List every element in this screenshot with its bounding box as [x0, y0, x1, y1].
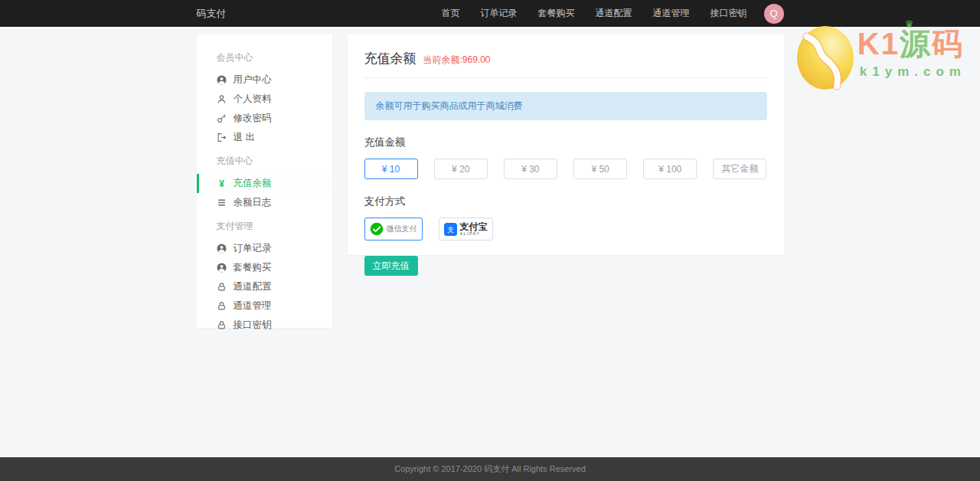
amount-option-100[interactable]: ¥ 100: [643, 159, 697, 179]
user-circle-icon: [217, 75, 227, 86]
sidebar-item-label: 用户中心: [234, 74, 272, 87]
current-balance-note: 当前余额:969.00: [423, 54, 491, 67]
payment-options: 微信支付 支 支付宝 ALIPAY: [364, 218, 767, 240]
sidebar-item-channel-manage[interactable]: 通道管理: [197, 296, 332, 316]
sidebar-item-label: 修改密码: [234, 112, 272, 125]
payment-option-wechat[interactable]: 微信支付: [364, 218, 423, 240]
user-circle-icon: [217, 263, 227, 273]
k1-egg-logo-icon: [796, 25, 854, 90]
watermark-brand: K1源码 ♛: [858, 25, 966, 62]
sidebar-item-label: 退 出: [234, 131, 255, 144]
sidebar-group-member-center: 会员中心: [197, 44, 332, 70]
sidebar-group-payment-manage: 支付管理: [197, 212, 332, 239]
nav-links: 首页 订单记录 套餐购买 通道配置 通道管理 接口密钥 Q: [421, 4, 784, 24]
footer-copyright: Copyright © 2017-2020 码支付 All Rights Res…: [394, 463, 586, 475]
yen-icon: ¥: [217, 178, 227, 189]
sidebar-item-label: 通道管理: [234, 299, 272, 312]
amount-options: ¥ 10 ¥ 20 ¥ 30 ¥ 50 ¥ 100 其它金额: [364, 159, 767, 179]
sidebar-item-balance-log[interactable]: 余额日志: [197, 193, 332, 212]
user-circle-icon: [217, 244, 227, 254]
sidebar-item-label: 套餐购买: [234, 261, 272, 274]
sidebar-group-recharge-center: 充值中心: [197, 147, 332, 174]
lock-icon: [217, 301, 227, 312]
info-banner: 余额可用于购买商品或用于商城消费: [364, 92, 767, 120]
nav-item-home[interactable]: 首页: [442, 7, 460, 20]
svg-text:支: 支: [446, 225, 453, 234]
sidebar-item-api-keys[interactable]: 接口密钥: [197, 316, 332, 335]
sidebar-item-change-password[interactable]: 修改密码: [197, 109, 332, 128]
nav-item-channel-config[interactable]: 通道配置: [596, 7, 632, 20]
k1-watermark: K1源码 ♛ k1ym.com: [796, 25, 966, 90]
sign-out-icon: [217, 133, 227, 143]
lock-icon: [217, 320, 227, 331]
nav-item-api-keys[interactable]: 接口密钥: [710, 7, 747, 20]
footer: Copyright © 2017-2020 码支付 All Rights Res…: [0, 457, 980, 481]
key-icon: [217, 113, 227, 124]
payment-option-alipay[interactable]: 支 支付宝 ALIPAY: [439, 218, 493, 240]
payment-label: 支付方式: [364, 195, 767, 208]
sidebar-item-user-center[interactable]: 用户中心: [197, 70, 332, 90]
amount-option-20[interactable]: ¥ 20: [434, 159, 488, 179]
sidebar-item-package-purchase[interactable]: 套餐购买: [197, 258, 332, 277]
user-icon: [217, 94, 227, 105]
sidebar-item-label: 余额日志: [234, 196, 272, 209]
top-navbar: 码支付 首页 订单记录 套餐购买 通道配置 通道管理 接口密钥 Q: [0, 0, 980, 27]
nav-item-orders[interactable]: 订单记录: [481, 7, 518, 20]
amount-option-10[interactable]: ¥ 10: [364, 159, 418, 179]
sidebar-item-label: 订单记录: [234, 242, 272, 255]
list-icon: [217, 198, 227, 208]
amount-option-other[interactable]: 其它金额: [713, 159, 766, 179]
amount-label: 充值金额: [364, 136, 767, 149]
user-avatar[interactable]: Q: [764, 4, 784, 24]
wechat-pay-icon: [370, 222, 384, 236]
sidebar-item-label: 通道配置: [234, 280, 272, 293]
sidebar-item-logout[interactable]: 退 出: [197, 128, 332, 147]
alipay-icon: 支: [444, 223, 457, 236]
nav-item-packages[interactable]: 套餐购买: [538, 7, 575, 20]
sidebar-item-recharge-balance[interactable]: ¥ 充值余额: [197, 174, 332, 193]
sidebar-item-profile[interactable]: 个人资料: [197, 90, 332, 109]
lock-icon: [217, 282, 227, 293]
recharge-now-button[interactable]: 立即充值: [364, 256, 418, 276]
page-title: 充值余额: [364, 50, 416, 67]
sidebar-item-label: 充值余额: [234, 177, 272, 190]
main-panel: 充值余额 当前余额:969.00 余额可用于购买商品或用于商城消费 充值金额 ¥…: [348, 34, 784, 255]
sidebar-item-channel-config[interactable]: 通道配置: [197, 277, 332, 296]
amount-option-30[interactable]: ¥ 30: [504, 159, 557, 179]
nav-item-channel-manage[interactable]: 通道管理: [653, 7, 690, 20]
sidebar-item-label: 接口密钥: [234, 319, 272, 332]
sidebar-item-order-records[interactable]: 订单记录: [197, 239, 332, 258]
sidebar: 会员中心 用户中心 个人资料 修改密码 退 出 充值中心 ¥ 充值余额 余额日志…: [197, 34, 332, 328]
brand-logo[interactable]: 码支付: [197, 7, 227, 21]
watermark-domain: k1ym.com: [858, 64, 966, 80]
amount-option-50[interactable]: ¥ 50: [573, 159, 627, 179]
sidebar-item-label: 个人资料: [234, 93, 272, 106]
